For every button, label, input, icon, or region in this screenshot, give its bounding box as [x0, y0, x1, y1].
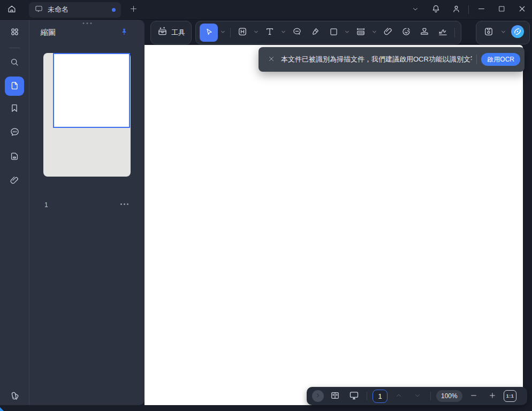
- pin-panel-button[interactable]: [117, 25, 132, 40]
- heading-tool-button[interactable]: [234, 24, 251, 42]
- rail-apps-button[interactable]: [5, 23, 24, 42]
- close-icon: [268, 55, 275, 64]
- apps-grid-icon: [9, 26, 20, 39]
- text-icon: [264, 26, 275, 39]
- stamp-tool-button[interactable]: [416, 24, 433, 42]
- actual-size-button[interactable]: 1:1: [504, 390, 517, 402]
- save-button[interactable]: [480, 24, 497, 42]
- page-number-label: 1: [44, 201, 48, 209]
- statusbar: 100% 1:1: [307, 387, 527, 405]
- toolbox-icon: [157, 26, 168, 39]
- tools-menu-button[interactable]: 工具: [150, 21, 192, 44]
- chevron-down-icon: [414, 392, 421, 401]
- text-tool-dropdown[interactable]: [279, 24, 287, 42]
- bookmark-icon: [9, 103, 20, 115]
- highlighter-icon: [310, 26, 321, 39]
- left-panel: 縮圖 1: [0, 20, 145, 405]
- attach-tool-button[interactable]: [379, 24, 397, 42]
- new-tab-plus-icon: [129, 4, 138, 15]
- close-icon: [518, 4, 527, 15]
- home-icon: [6, 4, 17, 16]
- minimize-icon: [477, 4, 486, 15]
- sticker-tool-button[interactable]: [398, 24, 415, 42]
- rail-search-button[interactable]: [5, 53, 24, 72]
- statusbar-collapse-button[interactable]: [312, 390, 324, 402]
- plus-icon: [488, 391, 497, 401]
- measure-tool-button[interactable]: [352, 24, 369, 42]
- page-number-input[interactable]: [373, 390, 387, 403]
- page-layout-button[interactable]: [328, 389, 343, 404]
- expand-chevron-icon: [315, 392, 321, 400]
- chevron-down-icon: [280, 28, 286, 36]
- tools-label: 工具: [171, 28, 185, 37]
- previous-page-button[interactable]: [391, 389, 406, 404]
- search-icon: [9, 57, 20, 69]
- comment-tool-button[interactable]: [288, 24, 306, 42]
- topbar-right: [405, 0, 532, 20]
- shape-tool-dropdown[interactable]: [343, 24, 351, 42]
- panel-title: 縮圖: [41, 28, 56, 37]
- document-viewport[interactable]: [145, 45, 523, 405]
- stamp-icon: [419, 26, 430, 39]
- zoom-level-button[interactable]: 100%: [436, 390, 462, 402]
- presentation-icon: [348, 390, 360, 402]
- zoom-out-button[interactable]: [466, 389, 481, 404]
- thumbnail-more-button[interactable]: [119, 200, 130, 208]
- zoom-in-button[interactable]: [485, 389, 500, 404]
- toast-close-button[interactable]: [265, 53, 278, 66]
- topbar: 未命名: [0, 0, 532, 20]
- save-dropdown[interactable]: [499, 24, 507, 42]
- rail-thumbnails-button[interactable]: [5, 77, 24, 96]
- appearance-swatches-icon: [9, 390, 20, 403]
- toolbar: 工具: [145, 20, 532, 45]
- thumbnails-page-icon: [9, 80, 20, 93]
- chevron-down-icon: [344, 28, 350, 36]
- rail-annotations-button[interactable]: [5, 123, 24, 142]
- rail-appearance-button[interactable]: [5, 387, 24, 406]
- statusbar-separator: [430, 392, 431, 400]
- chevron-down-icon: [220, 28, 226, 36]
- highlighter-tool-button[interactable]: [307, 24, 324, 42]
- maximize-button[interactable]: [491, 0, 512, 20]
- rail-attachments-button[interactable]: [5, 171, 24, 191]
- account-button[interactable]: [446, 0, 466, 20]
- text-tool-button[interactable]: [261, 24, 278, 42]
- chevron-down-icon: [412, 5, 419, 14]
- maximize-icon: [498, 5, 506, 14]
- pages-file-icon: [9, 151, 20, 163]
- enable-ocr-button[interactable]: 啟用OCR: [481, 53, 520, 66]
- measure-ruler-icon: [355, 26, 366, 39]
- close-button[interactable]: [512, 0, 532, 20]
- measure-tool-dropdown[interactable]: [370, 24, 378, 42]
- home-button[interactable]: [0, 0, 24, 20]
- attachment-paperclip-icon: [9, 175, 20, 187]
- select-tool-dropdown[interactable]: [219, 24, 227, 42]
- page-thumbnail[interactable]: [43, 53, 131, 177]
- presentation-button[interactable]: [346, 389, 361, 404]
- topbar-separator: [468, 5, 469, 14]
- select-tool-button[interactable]: [200, 24, 218, 42]
- ai-assistant-button[interactable]: [510, 24, 526, 42]
- rail-divider: [9, 48, 20, 48]
- rail-bookmarks-button[interactable]: [5, 99, 24, 118]
- pin-icon: [119, 27, 129, 39]
- document-tab[interactable]: 未命名: [29, 2, 121, 18]
- minimize-button[interactable]: [471, 0, 491, 20]
- ocr-toast: 本文件已被識別為掃描文件，我們建議啟用OCR功能以識別文字內容。 啟用OCR: [259, 47, 525, 72]
- notifications-button[interactable]: [425, 0, 446, 20]
- toast-separator: [476, 55, 477, 64]
- dropdown-button[interactable]: [405, 0, 425, 20]
- next-page-button[interactable]: [410, 389, 425, 404]
- bell-icon: [431, 4, 441, 16]
- chevron-down-icon: [371, 28, 377, 36]
- thumbnail-meta: 1: [30, 200, 145, 210]
- minus-icon: [469, 391, 478, 401]
- heading-tool-dropdown[interactable]: [252, 24, 260, 42]
- signature-tool-button[interactable]: [434, 24, 451, 42]
- shape-tool-button[interactable]: [325, 24, 342, 42]
- new-tab-button[interactable]: [125, 2, 141, 18]
- rail-pages-button[interactable]: [5, 147, 24, 166]
- corner-accent: [0, 407, 4, 411]
- chevron-down-icon: [253, 28, 259, 36]
- select-cursor-icon: [204, 27, 214, 39]
